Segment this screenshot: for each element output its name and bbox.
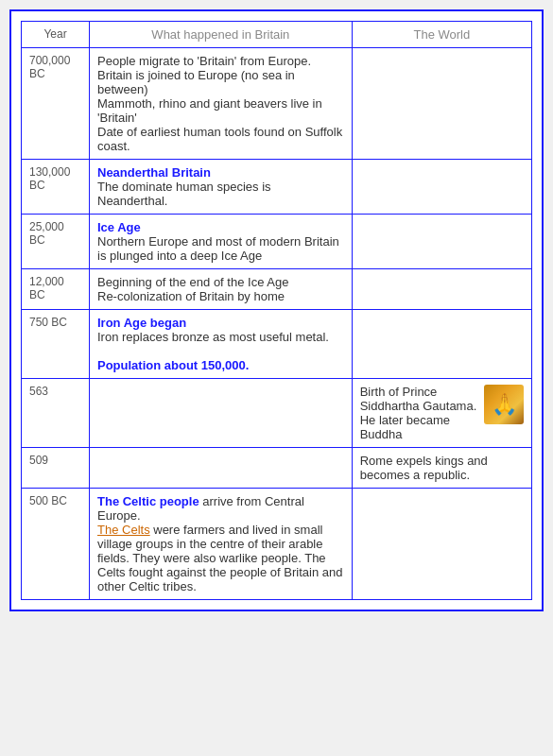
britain-cell bbox=[90, 448, 353, 489]
world-cell: Rome expels kings and becomes a republic… bbox=[352, 448, 531, 489]
britain-cell bbox=[90, 379, 353, 448]
table-row: 500 BCThe Celtic people arrive from Cent… bbox=[22, 489, 532, 600]
year-cell: 12,000 BC bbox=[22, 269, 90, 310]
year-cell: 25,000 BC bbox=[22, 215, 90, 269]
world-cell bbox=[352, 48, 531, 160]
world-cell bbox=[352, 160, 531, 215]
year-cell: 509 bbox=[22, 448, 90, 489]
world-cell bbox=[352, 215, 531, 269]
table-row: 750 BCIron Age beganIron replaces bronze… bbox=[22, 310, 532, 379]
celts-link[interactable]: The Celts bbox=[97, 523, 150, 537]
world-cell bbox=[352, 489, 531, 600]
britain-cell: Beginning of the end of the Ice AgeRe-co… bbox=[90, 269, 353, 310]
year-cell: 130,000 BC bbox=[22, 160, 90, 215]
table-row: 700,000 BCPeople migrate to 'Britain' fr… bbox=[22, 48, 532, 160]
world-cell bbox=[352, 269, 531, 310]
britain-cell: People migrate to 'Britain' from Europe.… bbox=[90, 48, 353, 160]
table-row: 563Birth of Prince Siddhartha Gautama. H… bbox=[22, 379, 532, 448]
year-cell: 750 BC bbox=[22, 310, 90, 379]
world-cell: Birth of Prince Siddhartha Gautama. He l… bbox=[352, 379, 531, 448]
britain-cell: Iron Age beganIron replaces bronze as mo… bbox=[90, 310, 353, 379]
table-row: 130,000 BCNeanderthal BritainThe dominat… bbox=[22, 160, 532, 215]
britain-cell: The Celtic people arrive from Central Eu… bbox=[90, 489, 353, 600]
year-cell: 563 bbox=[22, 379, 90, 448]
world-cell bbox=[352, 310, 531, 379]
header-year: Year bbox=[22, 22, 90, 48]
bold-text: The Celtic people bbox=[97, 494, 199, 508]
header-britain: What happened in Britain bbox=[90, 22, 353, 48]
header-world: The World bbox=[352, 22, 531, 48]
table-row: 25,000 BCIce AgeNorthern Europe and most… bbox=[22, 215, 532, 269]
bold-heading: Iron Age began bbox=[97, 316, 186, 330]
history-table: Year What happened in Britain The World … bbox=[21, 21, 532, 600]
extra-bold-text: Population about 150,000. bbox=[97, 358, 249, 372]
britain-cell: Ice AgeNorthern Europe and most of moder… bbox=[90, 215, 353, 269]
table-row: 12,000 BCBeginning of the end of the Ice… bbox=[22, 269, 532, 310]
bold-heading: Ice Age bbox=[97, 220, 141, 234]
britain-cell: Neanderthal BritainThe dominate human sp… bbox=[90, 160, 353, 215]
year-cell: 700,000 BC bbox=[22, 48, 90, 160]
buddha-icon: 🙏 bbox=[484, 385, 524, 424]
world-text: Birth of Prince Siddhartha Gautama. He l… bbox=[360, 385, 478, 441]
page-container: Year What happened in Britain The World … bbox=[9, 9, 544, 611]
bold-heading: Neanderthal Britain bbox=[97, 165, 211, 180]
world-cell-buddha: Birth of Prince Siddhartha Gautama. He l… bbox=[360, 385, 524, 441]
year-cell: 500 BC bbox=[22, 489, 90, 600]
table-row: 509Rome expels kings and becomes a repub… bbox=[22, 448, 532, 489]
